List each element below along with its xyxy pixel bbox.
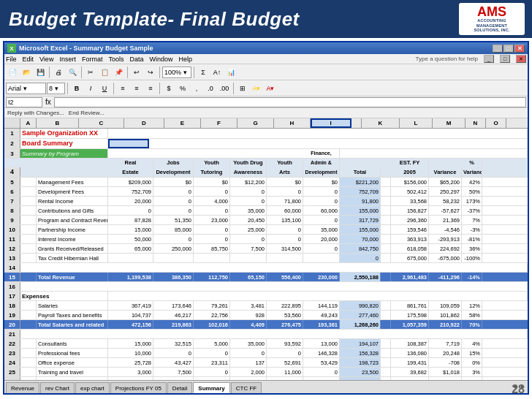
window-max2[interactable]: □ [500,55,510,63]
cell-h13[interactable] [303,254,340,262]
cell-k13[interactable]: 675,000 [391,254,429,262]
tab-rev-chart[interactable]: rev Chart [40,382,75,393]
col-d[interactable]: D [124,118,164,128]
cell-l24[interactable]: -708 [429,358,462,367]
cell-m23[interactable]: 15% [462,349,482,357]
bold-button[interactable]: B [70,82,83,95]
window-controls[interactable]: _ □ ✕ [493,45,525,53]
cell-k11[interactable]: 363,913 [391,235,429,243]
col-c[interactable]: C [79,118,124,128]
cell-d10[interactable]: 85,000 [153,225,194,234]
cell-k15[interactable]: 2,961,483 [391,273,429,281]
cell-k8[interactable]: 156,827 [391,206,429,215]
cell-label-25[interactable]: Training and travel [37,368,108,376]
cell-h8[interactable]: 60,000 [303,206,340,215]
cell-c23[interactable]: 10,000 [108,349,153,357]
cell-d15[interactable]: 386,350 [153,273,194,281]
cell-m24[interactable]: 0% [462,358,482,367]
cell-label-24[interactable]: Office expense [37,358,108,367]
cell-k12[interactable]: 618,058 [391,244,429,253]
cell-k25[interactable]: 39,682 [391,368,429,376]
cell-d7[interactable]: 0 [153,197,194,205]
cell-label-10[interactable]: Partnership Income [37,225,108,234]
cell-c20[interactable]: 472,156 [108,320,153,329]
cell-m19[interactable]: 58% [462,311,482,319]
cell-i5[interactable]: $221,200 [340,178,381,186]
cell-h9[interactable]: 0 [303,216,340,224]
cell-k22[interactable]: 108,387 [391,339,429,348]
cell-d20[interactable]: 219,863 [153,320,194,329]
tab-exp-chart[interactable]: exp chart [75,382,110,393]
cell-h24[interactable]: 53,429 [303,358,340,367]
cell-m12[interactable]: 36% [462,244,482,253]
cell-g11[interactable]: 0 [267,235,303,243]
cell-c11[interactable]: 50,000 [108,235,153,243]
cell-l6[interactable]: 250,297 [429,187,462,196]
save-button[interactable]: 💾 [34,66,47,79]
cell-label-23[interactable]: Professional fees [37,349,108,357]
cell-f25[interactable]: 2,000 [230,368,267,376]
cell-d25[interactable]: 7,500 [153,368,194,376]
cell-l11[interactable]: -293,913 [429,235,462,243]
cell-g18[interactable]: 222,895 [267,301,303,310]
underline-button[interactable]: U [98,82,111,95]
currency-button[interactable]: $ [162,82,175,95]
col-m[interactable]: M [433,118,466,128]
cell-h7[interactable]: 0 [303,197,340,205]
paste-button[interactable]: 📌 [112,66,125,79]
col-b[interactable]: B [37,118,79,128]
cell-i19[interactable]: 277,460 [340,311,381,319]
cell-e22[interactable]: 5,000 [194,339,230,348]
cell-l15[interactable]: -411,296 [429,273,462,281]
cell-d6[interactable]: 0 [153,187,194,196]
cell-f6[interactable]: 0 [230,187,267,196]
window-min2[interactable]: _ [484,55,494,63]
cell-h19[interactable]: 49,243 [303,311,340,319]
cell-f20[interactable]: 4,409 [230,320,267,329]
cell-i2[interactable] [108,139,149,148]
tab-summary[interactable]: Summary [193,382,229,393]
decrease-decimal-button[interactable]: .00 [218,82,231,95]
menu-tools[interactable]: Tools [108,56,123,63]
col-i[interactable]: I [311,118,352,128]
cell-e12[interactable]: 85,750 [194,244,230,253]
cell-e20[interactable]: 102,016 [194,320,230,329]
menu-window[interactable]: Window [149,56,172,63]
cell-f23[interactable]: 0 [230,349,267,357]
cell-e25[interactable]: 0 [194,368,230,376]
cell-k6[interactable]: 502,412 [391,187,429,196]
cell-k5[interactable]: $156,000 [391,178,429,186]
cell-m10[interactable]: -3% [462,225,482,234]
cell-g5[interactable]: $0 [267,178,303,186]
cell-h18[interactable]: 144,119 [303,301,340,310]
cell-l8[interactable]: -57,627 [429,206,462,215]
cell-h10[interactable]: 35,000 [303,225,340,234]
cell-f5[interactable]: $12,200 [230,178,267,186]
cell-c15[interactable]: 1,199,538 [108,273,153,281]
copy-button[interactable]: 📋 [98,66,111,79]
cell-i12[interactable]: 842,750 [340,244,381,253]
cell-e19[interactable]: 22,756 [194,311,230,319]
cell-k20[interactable]: 1,057,359 [391,320,429,329]
new-button[interactable]: 📄 [6,66,19,79]
redo-button[interactable]: ↪ [144,66,157,79]
cell-f8[interactable]: 35,000 [230,206,267,215]
cell-l23[interactable]: 20,248 [429,349,462,357]
sort-asc-button[interactable]: A↑ [210,66,224,79]
cell-g15[interactable]: 556,400 [267,273,303,281]
cell-d9[interactable]: 51,350 [153,216,194,224]
cell-e13[interactable] [194,254,230,262]
cell-e6[interactable]: 0 [194,187,230,196]
cut-button[interactable]: ✂ [84,66,97,79]
tab-detail[interactable]: Detail [167,382,192,393]
cell-d23[interactable]: 0 [153,349,194,357]
sigma-button[interactable]: Σ [197,66,210,79]
comma-button[interactable]: , [190,82,203,95]
cell-c25[interactable]: 3,000 [108,368,153,376]
cell-m7[interactable]: 173% [462,197,482,205]
col-e[interactable]: E [164,118,201,128]
cell-label-6[interactable]: Development Fees [37,187,108,196]
cell-k10[interactable]: 159,546 [391,225,429,234]
cell-c13[interactable] [108,254,153,262]
col-k[interactable]: K [362,118,400,128]
